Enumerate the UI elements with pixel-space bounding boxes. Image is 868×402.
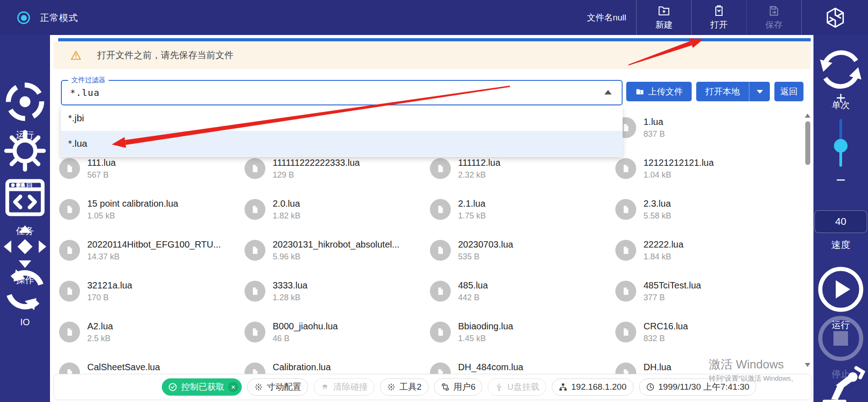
slider-thumb[interactable] (834, 139, 848, 153)
file-item[interactable]: 2.1.lua 1.75 kB (430, 198, 615, 238)
file-item[interactable]: B000_jiaohu.lua 46 B (244, 320, 430, 361)
open-local-dropdown-toggle[interactable] (749, 82, 770, 101)
file-item[interactable]: 485TciTest.lua 377 B (615, 279, 801, 320)
file-item[interactable]: 22222.lua 1.84 kB (615, 238, 801, 279)
file-name: B000_jiaohu.lua (273, 320, 338, 332)
file-name: 111111222222333.lua (273, 157, 360, 169)
file-list-scrollbar[interactable] (805, 113, 811, 368)
status-pill-清除碰撞[interactable]: 清除碰撞 (314, 378, 374, 396)
scroll-down-icon[interactable] (805, 363, 810, 367)
file-item[interactable]: 485.lua 442 B (430, 279, 615, 320)
file-filter-combobox[interactable]: 文件过滤器 *.lua (61, 80, 623, 105)
file-item[interactable]: 32121a.lua 170 B (59, 279, 244, 320)
document-icon (615, 240, 636, 261)
document-icon (59, 158, 80, 179)
file-item[interactable]: 20230131_hikrobot_absolutel... 5.96 kB (244, 238, 430, 279)
file-size: 1.75 kB (458, 211, 486, 221)
file-name: Bbiaoding.lua (458, 320, 513, 332)
speed-plus-button[interactable]: + (813, 89, 868, 108)
file-size: 5.96 kB (273, 252, 399, 262)
status-pill-1999/11/30 上午7:41:30[interactable]: 1999/11/30 上午7:41:30 (639, 378, 756, 396)
file-size: 2.5 kB (87, 334, 113, 343)
file-name: 485TciTest.lua (644, 279, 701, 291)
file-size: 1.84 kB (644, 252, 683, 262)
mode-label: 正常模式 (40, 12, 78, 24)
io-icon (0, 265, 50, 315)
move-icon (0, 222, 50, 272)
file-item[interactable]: CRC16.lua 832 B (615, 320, 801, 361)
file-item[interactable]: 15 point calibration.lua 1.05 kB (59, 198, 244, 238)
file-item[interactable]: 20230703.lua 535 B (430, 238, 615, 279)
filter-option[interactable]: *.jbi (61, 105, 623, 131)
upload-file-label: 上传文件 (649, 86, 683, 98)
status-pill-用户6[interactable]: 用户6 (434, 378, 483, 396)
status-pill-U盘挂载[interactable]: U盘挂载 (488, 378, 546, 396)
file-item[interactable]: 20220114Hitbot_EFG100_RTU... 14.37 kB (59, 238, 244, 279)
speed-slider[interactable] (813, 119, 868, 169)
open-file-icon (712, 4, 726, 18)
file-size: 1.45 kB (458, 334, 513, 343)
document-icon (430, 158, 451, 179)
file-name: 111.lua (87, 157, 116, 169)
file-item[interactable]: 3333.lua 1.28 kB (244, 279, 430, 320)
cube-logo-icon (823, 6, 847, 30)
speed-value: 40 (814, 210, 867, 233)
stop-circle-icon (813, 311, 868, 366)
document-icon (615, 199, 636, 220)
topbar-action-new-file[interactable]: 新建 (636, 0, 691, 35)
file-size: 1.05 kB (87, 211, 178, 221)
file-name: CRC16.lua (644, 320, 688, 332)
file-toolbar: 上传文件 打开本地 返回 (626, 82, 803, 101)
chevron-down-icon (757, 90, 763, 94)
open-local-button[interactable]: 打开本地 (696, 86, 749, 98)
file-item[interactable]: 2.3.lua 5.58 kB (615, 198, 801, 238)
filter-dropdown-list: *.jbi*.lua (61, 105, 623, 157)
file-filter-label: 文件过滤器 (68, 76, 109, 84)
document-icon (615, 158, 636, 179)
usb-icon (494, 382, 504, 392)
back-button[interactable]: 返回 (774, 82, 803, 101)
target-icon (0, 77, 50, 127)
scroll-up-icon[interactable] (805, 114, 810, 118)
close-icon[interactable]: ✕ (228, 382, 238, 392)
file-item[interactable]: Bbiaoding.lua 1.45 kB (430, 320, 615, 361)
file-size: 1.04 kB (644, 170, 714, 180)
file-item[interactable]: A2.lua 2.5 kB (59, 320, 244, 361)
status-pill-192.168.1.200[interactable]: 192.168.1.200 (552, 378, 634, 396)
file-size: 5.58 kB (644, 211, 671, 221)
file-size: 567 B (87, 170, 116, 180)
filename-label: 文件名null (587, 0, 626, 35)
topbar-action-disabled-save[interactable]: 保存 (746, 0, 801, 35)
document-icon (430, 281, 451, 302)
status-pill-控制已获取[interactable]: 控制已获取 ✕ (162, 378, 242, 396)
file-name: 485.lua (458, 279, 488, 291)
file-item[interactable]: 111112.lua 2.32 kB (430, 157, 615, 198)
scrollbar-thumb[interactable] (805, 121, 810, 165)
file-size: 442 B (458, 293, 488, 303)
upload-file-button[interactable]: 上传文件 (626, 82, 692, 101)
file-item[interactable]: 2.0.lua 1.82 kB (244, 198, 430, 238)
document-icon (615, 322, 636, 342)
document-icon (615, 281, 636, 302)
topbar-action-open-file[interactable]: 打开 (691, 0, 746, 35)
file-name: 12121212121.lua (644, 157, 714, 169)
file-item[interactable]: 111.lua 567 B (59, 157, 244, 198)
speed-minus-button[interactable]: − (813, 170, 868, 189)
file-name: DH_484com.lua (458, 361, 523, 373)
file-size: 46 B (273, 334, 338, 343)
sidebar-item-IO[interactable]: IO (0, 265, 50, 328)
filter-option[interactable]: *.lua (61, 131, 623, 156)
file-name: CalSheetSave.lua (87, 361, 160, 373)
drag-button[interactable]: 拖动 (813, 360, 868, 402)
chevron-up-icon[interactable] (604, 90, 612, 94)
file-name: 111112.lua (458, 157, 500, 169)
status-pill-寸动配置[interactable]: 寸动配置 (247, 378, 308, 396)
right-sidebar: 单次 + − 40 速度 运行 停止 拖动 (813, 35, 868, 402)
file-item[interactable]: 111111222222333.lua 129 B (244, 157, 430, 198)
document-icon (430, 240, 451, 261)
file-item[interactable]: 12121212121.lua 1.04 kB (615, 157, 801, 198)
status-pill-工具2[interactable]: 工具2 (380, 378, 429, 396)
clock-icon (646, 382, 655, 392)
file-item[interactable]: 1.lua 837 B (615, 116, 801, 157)
file-name: 3333.lua (273, 279, 308, 291)
